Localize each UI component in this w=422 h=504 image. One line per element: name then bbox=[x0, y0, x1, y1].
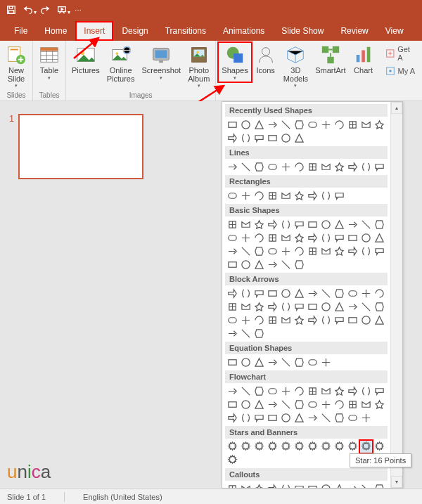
table-button[interactable]: Table▾ bbox=[35, 42, 63, 82]
shape-item[interactable] bbox=[333, 440, 346, 453]
shape-item[interactable] bbox=[226, 189, 239, 202]
shape-item[interactable] bbox=[293, 411, 306, 425]
shape-item[interactable] bbox=[239, 131, 252, 145]
shape-item[interactable] bbox=[279, 189, 293, 202]
new-slide-button[interactable]: NewSlide▾ bbox=[2, 42, 30, 90]
shape-item[interactable] bbox=[333, 385, 346, 398]
tab-view[interactable]: View bbox=[377, 21, 412, 41]
shape-item[interactable] bbox=[293, 356, 306, 369]
shape-item[interactable] bbox=[306, 356, 319, 369]
shape-item[interactable] bbox=[266, 398, 279, 411]
shape-item[interactable] bbox=[252, 482, 266, 488]
shape-item[interactable] bbox=[346, 385, 359, 398]
shape-item[interactable] bbox=[333, 218, 346, 231]
shape-item[interactable] bbox=[226, 453, 239, 467]
shape-item[interactable] bbox=[239, 385, 252, 398]
shape-item[interactable] bbox=[333, 231, 346, 245]
shape-item[interactable] bbox=[346, 231, 359, 245]
tab-file[interactable]: File bbox=[6, 21, 36, 41]
shape-item[interactable] bbox=[333, 398, 346, 411]
shape-item[interactable] bbox=[306, 411, 319, 425]
shape-item[interactable] bbox=[226, 398, 239, 411]
shape-item[interactable] bbox=[373, 314, 386, 327]
shape-item[interactable] bbox=[293, 245, 306, 258]
shape-item[interactable] bbox=[226, 327, 239, 340]
shape-item[interactable] bbox=[252, 189, 266, 202]
shape-item[interactable] bbox=[252, 356, 266, 369]
shape-item[interactable] bbox=[252, 411, 266, 425]
shape-item[interactable] bbox=[306, 314, 319, 327]
tab-design[interactable]: Design bbox=[113, 21, 156, 41]
shape-item[interactable] bbox=[252, 218, 266, 231]
shapes-scrollbar[interactable]: ▴ ▾ bbox=[390, 102, 402, 488]
shape-item[interactable] bbox=[266, 245, 279, 258]
shape-item[interactable] bbox=[279, 482, 293, 488]
shape-item[interactable] bbox=[359, 398, 373, 411]
shape-item[interactable] bbox=[359, 245, 373, 258]
qat-overflow[interactable]: ⋯ bbox=[75, 6, 82, 14]
tab-home[interactable]: Home bbox=[36, 21, 75, 41]
shape-item[interactable] bbox=[239, 398, 252, 411]
shape-item[interactable] bbox=[293, 300, 306, 314]
shape-item[interactable] bbox=[373, 385, 386, 398]
tab-review[interactable]: Review bbox=[332, 21, 376, 41]
shape-item[interactable] bbox=[266, 231, 279, 245]
shape-item[interactable] bbox=[279, 300, 293, 314]
shape-item[interactable] bbox=[333, 118, 346, 131]
shape-item[interactable] bbox=[319, 189, 333, 202]
undo-dropdown[interactable]: ▾ bbox=[34, 9, 37, 15]
shape-item[interactable] bbox=[373, 118, 386, 131]
shape-item[interactable] bbox=[373, 440, 386, 453]
shape-item[interactable] bbox=[359, 160, 373, 174]
shape-item[interactable] bbox=[306, 218, 319, 231]
shape-item[interactable] bbox=[373, 300, 386, 314]
shape-item[interactable] bbox=[226, 231, 239, 245]
photo-album-button[interactable]: PhotoAlbum▾ bbox=[184, 42, 213, 90]
shape-item[interactable] bbox=[373, 287, 386, 300]
3d-models-button[interactable]: 3DModels▾ bbox=[280, 42, 312, 90]
shape-item[interactable] bbox=[279, 245, 293, 258]
shape-item[interactable] bbox=[252, 131, 266, 145]
shape-item[interactable] bbox=[373, 245, 386, 258]
shape-item[interactable] bbox=[252, 314, 266, 327]
shape-item[interactable] bbox=[319, 411, 333, 425]
my-addins-link[interactable]: My A bbox=[385, 66, 416, 76]
shape-item[interactable] bbox=[266, 160, 279, 174]
shape-item[interactable] bbox=[373, 398, 386, 411]
shape-item[interactable] bbox=[239, 300, 252, 314]
shape-item[interactable] bbox=[239, 245, 252, 258]
shape-item[interactable] bbox=[346, 482, 359, 488]
shape-item[interactable] bbox=[346, 118, 359, 131]
shape-item[interactable] bbox=[346, 218, 359, 231]
shape-item[interactable] bbox=[319, 482, 333, 488]
shape-item[interactable] bbox=[239, 287, 252, 300]
shape-item[interactable] bbox=[239, 118, 252, 131]
shape-item[interactable] bbox=[279, 258, 293, 271]
shape-item[interactable] bbox=[252, 385, 266, 398]
shape-item[interactable] bbox=[359, 231, 373, 245]
shape-item[interactable] bbox=[373, 482, 386, 488]
shape-item[interactable] bbox=[373, 231, 386, 245]
screenshot-button[interactable]: Screenshot▾ bbox=[139, 42, 185, 82]
shape-item[interactable] bbox=[239, 189, 252, 202]
shape-item[interactable] bbox=[279, 385, 293, 398]
shape-item[interactable] bbox=[359, 385, 373, 398]
shape-item[interactable] bbox=[333, 482, 346, 488]
shape-item[interactable] bbox=[306, 118, 319, 131]
shape-item[interactable] bbox=[226, 160, 239, 174]
shape-item[interactable] bbox=[279, 118, 293, 131]
tab-animations[interactable]: Animations bbox=[215, 21, 273, 41]
shape-item[interactable] bbox=[226, 258, 239, 271]
shape-item[interactable] bbox=[266, 131, 279, 145]
shape-item[interactable] bbox=[266, 411, 279, 425]
shape-item[interactable] bbox=[333, 411, 346, 425]
shape-item[interactable] bbox=[346, 287, 359, 300]
shape-item[interactable] bbox=[346, 411, 359, 425]
redo-icon[interactable] bbox=[37, 2, 53, 18]
icons-button[interactable]: Icons bbox=[252, 42, 280, 77]
shape-item[interactable] bbox=[359, 218, 373, 231]
shape-item[interactable] bbox=[252, 258, 266, 271]
shape-item[interactable] bbox=[279, 160, 293, 174]
shape-item[interactable] bbox=[293, 287, 306, 300]
shape-item[interactable] bbox=[293, 398, 306, 411]
